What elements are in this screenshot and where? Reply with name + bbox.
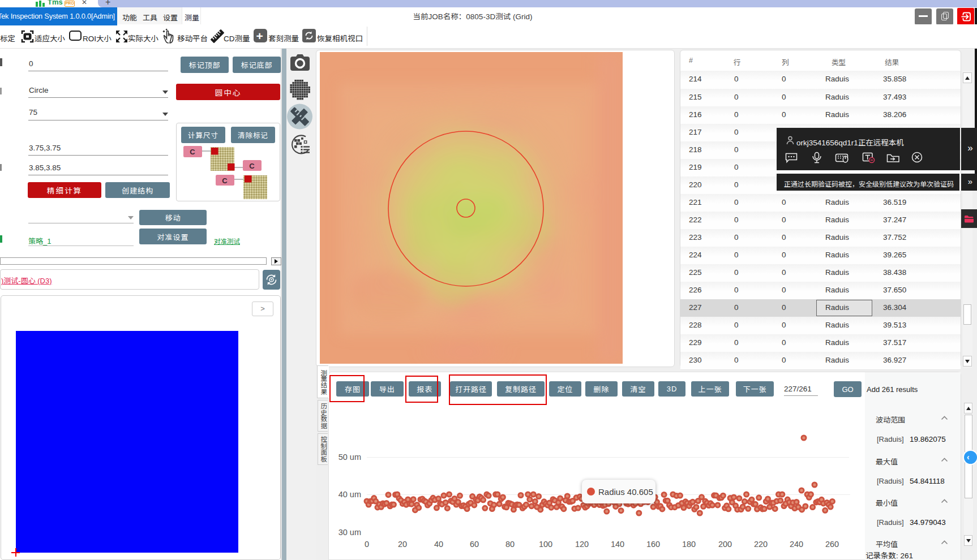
svg-text:C: C (222, 176, 228, 185)
svg-text:C: C (249, 162, 255, 170)
svg-text:C: C (190, 148, 195, 156)
